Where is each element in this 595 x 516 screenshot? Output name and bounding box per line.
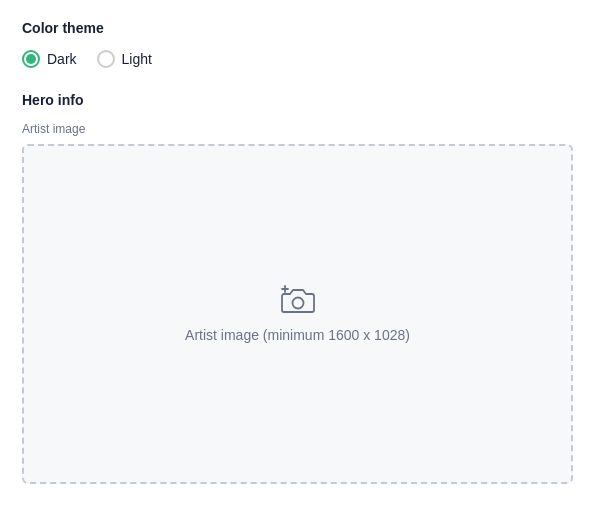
dark-radio[interactable] — [22, 50, 40, 68]
camera-icon — [280, 285, 316, 315]
dark-label: Dark — [47, 51, 77, 67]
upload-hint-text: Artist image (minimum 1600 x 1028) — [185, 327, 410, 343]
svg-point-2 — [292, 298, 303, 309]
color-theme-title: Color theme — [22, 20, 573, 36]
color-theme-radio-group: Dark Light — [22, 50, 573, 68]
hero-info-title: Hero info — [22, 92, 573, 108]
artist-image-label: Artist image — [22, 122, 573, 136]
dark-option[interactable]: Dark — [22, 50, 77, 68]
light-label: Light — [122, 51, 152, 67]
artist-image-upload[interactable]: Artist image (minimum 1600 x 1028) — [22, 144, 573, 484]
hero-info-section: Hero info Artist image Artist image (min… — [22, 92, 573, 484]
color-theme-section: Color theme Dark Light — [22, 20, 573, 68]
light-option[interactable]: Light — [97, 50, 152, 68]
light-radio[interactable] — [97, 50, 115, 68]
